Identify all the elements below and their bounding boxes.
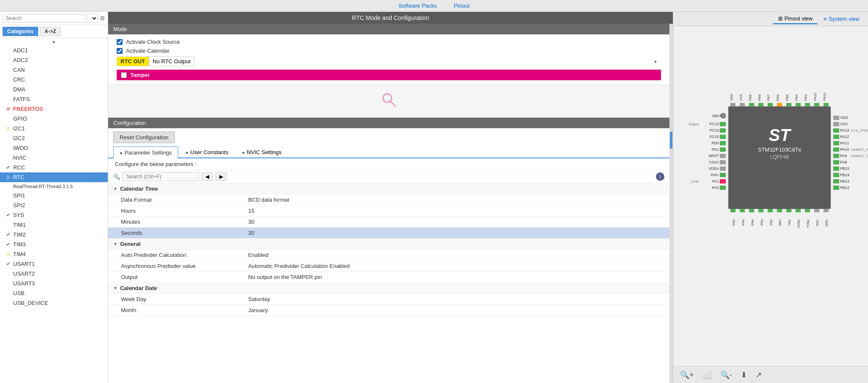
sidebar-item-freertos[interactable]: ⊘ FREERTOS xyxy=(0,104,108,114)
sidebar-item-sys[interactable]: ✔ SYS xyxy=(0,210,108,220)
param-row-week-day[interactable]: Week Day Saturday xyxy=(108,294,669,305)
svg-text:PA15: PA15 xyxy=(813,93,817,101)
sidebar-search-select[interactable] xyxy=(87,14,98,23)
svg-rect-17 xyxy=(795,103,801,106)
sidebar-item-i2c2[interactable]: I2C2 xyxy=(0,133,108,143)
search-prev-button[interactable]: ◀ xyxy=(202,172,213,181)
sidebar-item-can[interactable]: CAN xyxy=(0,65,108,75)
param-row-auto-predivider[interactable]: Auto Predivder Calculation Enabled xyxy=(108,250,669,261)
sidebar-item-tim4[interactable]: ⚠ TIM4 xyxy=(0,249,108,259)
sidebar-item-tim3[interactable]: ✔ TIM3 xyxy=(0,239,108,249)
svg-text:VSS: VSS xyxy=(840,122,848,126)
bottom-toolbar: 🔍+ ⬜ 🔍- ⬇ ↗ xyxy=(673,366,868,383)
sidebar-item-nvic[interactable]: NVIC xyxy=(0,153,108,163)
sidebar-item-usb[interactable]: USB xyxy=(0,288,108,298)
tab-categories[interactable]: Categories xyxy=(3,27,38,36)
param-search-input[interactable] xyxy=(123,172,199,181)
activate-calendar-checkbox[interactable] xyxy=(117,48,123,54)
activate-clock-checkbox[interactable] xyxy=(117,39,123,45)
fit-screen-button[interactable]: ⬜ xyxy=(701,369,714,381)
share-button[interactable]: ↗ xyxy=(754,369,764,381)
rtc-out-select[interactable]: No RTC Output xyxy=(149,56,195,66)
param-row-seconds[interactable]: Seconds 30 xyxy=(108,228,669,239)
sidebar-item-usart3[interactable]: USART3 xyxy=(0,279,108,288)
zoom-in-button[interactable]: 🔍+ xyxy=(678,369,696,381)
svg-text:PA11: PA11 xyxy=(840,141,849,145)
config-header: Configuration xyxy=(108,118,669,128)
sidebar-item-crc[interactable]: CRC xyxy=(0,75,108,84)
svg-text:LQFP48: LQFP48 xyxy=(770,154,789,160)
pinout-link[interactable]: Pinout xyxy=(454,3,470,9)
param-row-month[interactable]: Month January xyxy=(108,305,669,316)
sidebar-item-usart2[interactable]: USART2 xyxy=(0,269,108,279)
collapse-arrow-icon: ▼ xyxy=(113,242,118,246)
param-row-output[interactable]: Output No output on the TAMPER pin xyxy=(108,272,669,283)
param-row-data-format[interactable]: Data Format BCD data format xyxy=(108,194,669,206)
svg-rect-93 xyxy=(786,209,791,212)
svg-text:PB10: PB10 xyxy=(797,220,801,228)
tamper-checkbox[interactable] xyxy=(121,72,127,78)
tab-a-z[interactable]: A->Z xyxy=(40,27,61,36)
sidebar: ⚙ Categories A->Z ▲ ADC1 ADC2 CAN CRC xyxy=(0,12,108,383)
sidebar-item-tim2[interactable]: ✔ TIM2 xyxy=(0,230,108,239)
svg-text:USART1_RX: USART1_RX xyxy=(851,148,868,152)
sidebar-item-gpio[interactable]: GPIO xyxy=(0,114,108,124)
group-calendar-date[interactable]: ▼ Calendar Date xyxy=(108,283,669,294)
center-scrollbar[interactable] xyxy=(669,24,673,383)
sidebar-item-fatfs[interactable]: FATFS xyxy=(0,94,108,104)
tab-pinout-view[interactable]: ⊞ Pinout view xyxy=(773,14,818,24)
sidebar-item-iwdg[interactable]: IWDG xyxy=(0,143,108,153)
info-button[interactable]: i xyxy=(656,172,664,181)
gear-icon[interactable]: ⚙ xyxy=(100,15,105,22)
tab-system-view[interactable]: ≡ System view xyxy=(818,14,865,24)
download-button[interactable]: ⬇ xyxy=(739,369,749,381)
sidebar-item-tim1[interactable]: TIM1 xyxy=(0,220,108,230)
tab-check-icon: ● xyxy=(242,150,245,155)
sidebar-item-adc2[interactable]: ADC2 xyxy=(0,55,108,65)
svg-text:STM32F103C8Tx: STM32F103C8Tx xyxy=(758,146,801,153)
tab-user-constants[interactable]: ● User Constants xyxy=(179,146,235,158)
svg-text:PC15: PC15 xyxy=(709,135,719,139)
group-calendar-time[interactable]: ▼ Calendar Time xyxy=(108,183,669,194)
scrollbar-thumb[interactable] xyxy=(670,132,672,149)
svg-text:PB9: PB9 xyxy=(758,94,762,101)
svg-rect-15 xyxy=(786,103,791,106)
tab-parameter-settings[interactable]: ● Parameter Settings xyxy=(113,146,178,158)
param-row-async-predivider[interactable]: Asynchronous Predivder value Automatic P… xyxy=(108,261,669,272)
svg-text:VSS: VSS xyxy=(739,94,743,101)
status-check-icon: ✔ xyxy=(5,242,11,247)
software-packs-link[interactable]: Software Packs xyxy=(398,3,437,9)
top-bar: Software Packs Pinout xyxy=(0,0,868,12)
zoom-out-button[interactable]: 🔍- xyxy=(719,369,734,381)
svg-text:ST: ST xyxy=(769,126,792,144)
sidebar-item-adc1[interactable]: ADC1 xyxy=(0,45,108,55)
param-row-minutes[interactable]: Minutes 30 xyxy=(108,217,669,228)
pinout-svg: VDD VSS PB8 PB9 PB7 PB6 PB5 xyxy=(673,26,868,366)
sidebar-item-realthread[interactable]: RealThread.RT-Thread.3.1.5 xyxy=(0,182,108,191)
sidebar-item-spi2[interactable]: SPI2 xyxy=(0,200,108,210)
tab-nvic-settings[interactable]: ● NVIC Settings xyxy=(235,146,288,158)
sidebar-item-rcc[interactable]: ✔ RCC xyxy=(0,163,108,172)
reset-configuration-button[interactable]: Reset Configuration xyxy=(113,132,175,143)
svg-rect-85 xyxy=(749,209,754,212)
sidebar-item-rtc[interactable]: ⚠ RTC xyxy=(0,172,108,182)
sidebar-item-usb-device[interactable]: USB_DEVICE xyxy=(0,298,108,308)
svg-text:PA2: PA2 xyxy=(712,186,719,190)
status-warn-icon: ⚠ xyxy=(5,126,11,131)
sidebar-search-input[interactable] xyxy=(3,14,85,23)
sidebar-item-usart1[interactable]: ✔ USART1 xyxy=(0,259,108,269)
reset-btn-area: Reset Configuration xyxy=(113,132,664,143)
svg-rect-79 xyxy=(833,186,839,190)
sidebar-item-dma[interactable]: DMA xyxy=(0,84,108,94)
search-next-button[interactable]: ▶ xyxy=(216,172,227,181)
svg-rect-68 xyxy=(833,154,839,158)
group-general[interactable]: ▼ General xyxy=(108,239,669,250)
svg-text:PA0: PA0 xyxy=(760,220,764,226)
svg-text:PB13: PB13 xyxy=(840,179,849,183)
svg-rect-61 xyxy=(833,135,839,139)
sidebar-item-spi1[interactable]: SPI1 xyxy=(0,191,108,200)
sidebar-item-i2c1[interactable]: ⚠ I2C1 xyxy=(0,124,108,133)
tab-check-icon: ● xyxy=(185,150,188,155)
rtc-out-select-wrapper: No RTC Output xyxy=(149,56,661,66)
param-row-hours[interactable]: Hours 15 xyxy=(108,206,669,217)
